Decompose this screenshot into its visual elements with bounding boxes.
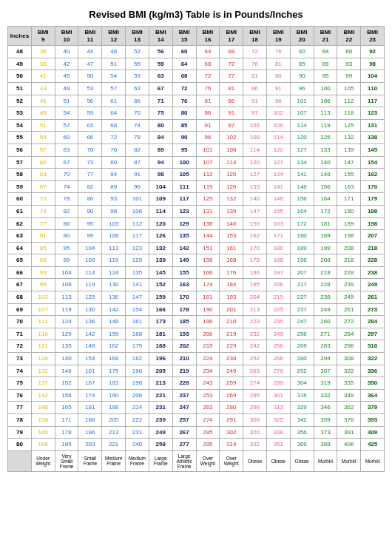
cell-value: 114 xyxy=(266,132,290,144)
cell-value: 98 xyxy=(361,58,385,70)
cell-value: 257 xyxy=(172,414,196,427)
col-header-bmi: BMI9 xyxy=(31,27,55,46)
cell-value: 112 xyxy=(196,169,220,181)
cell-value: 59 xyxy=(78,107,102,120)
cell-value: 206 xyxy=(126,389,149,402)
cell-value: 114 xyxy=(220,156,243,169)
cell-value: 82 xyxy=(55,205,78,217)
cell-value: 193 xyxy=(220,291,243,304)
cell-value: 166 xyxy=(149,303,172,316)
cell-value: 379 xyxy=(361,402,385,414)
cell-value: 85 xyxy=(290,58,314,70)
cell-value: 222 xyxy=(126,414,149,427)
cell-value: 175 xyxy=(126,340,149,353)
cell-value: 46 xyxy=(31,95,55,107)
cell-value: 68 xyxy=(220,46,243,58)
cell-value: 362 xyxy=(337,402,361,414)
cell-value: 224 xyxy=(196,353,220,365)
cell-value: 215 xyxy=(196,340,220,353)
cell-value: 425 xyxy=(361,439,385,451)
cell-value: 110 xyxy=(361,82,385,95)
cell-value: 205 xyxy=(149,365,172,377)
table-row: 5967748289961041111191261331411481561631… xyxy=(8,180,385,193)
cell-value: 123 xyxy=(361,107,385,120)
row-header-inches: 55 xyxy=(8,132,32,144)
category-label: Medium Frame xyxy=(126,450,149,471)
cell-value: 161 xyxy=(78,365,102,377)
cell-value: 313 xyxy=(266,402,290,414)
cell-value: 96 xyxy=(126,180,149,193)
cell-value: 113 xyxy=(55,291,78,304)
cell-value: 91 xyxy=(126,169,149,181)
cell-value: 106 xyxy=(314,95,337,107)
cell-value: 57 xyxy=(31,143,55,156)
cell-value: 112 xyxy=(337,95,361,107)
table-row: 7312614015416818219621022423825226628029… xyxy=(8,353,385,365)
row-header-inches: 62 xyxy=(8,217,32,230)
cell-value: 221 xyxy=(102,439,126,451)
cell-value: 208 xyxy=(337,242,361,254)
cell-value: 133 xyxy=(243,180,267,193)
cell-value: 78 xyxy=(126,132,149,144)
category-label: Large Frame xyxy=(149,450,172,471)
cell-value: 62 xyxy=(126,82,149,95)
cell-value: 204 xyxy=(243,291,267,304)
category-label: Over Weight xyxy=(220,450,243,471)
cell-value: 232 xyxy=(243,328,267,340)
row-header-inches: 63 xyxy=(8,230,32,243)
row-header-inches: 52 xyxy=(8,95,32,107)
cell-value: 95 xyxy=(172,143,196,156)
cell-value: 356 xyxy=(290,426,314,439)
col-header-bmi: BMI22 xyxy=(337,27,361,46)
cell-value: 74 xyxy=(126,119,149,132)
cell-value: 68 xyxy=(102,119,126,132)
cell-value: 278 xyxy=(266,365,290,377)
cell-value: 91 xyxy=(196,119,220,132)
cell-value: 102 xyxy=(220,132,243,144)
cell-value: 322 xyxy=(361,353,385,365)
cell-value: 223 xyxy=(243,316,267,328)
cell-value: 301 xyxy=(266,389,290,402)
table-row: 7916017819621323124926728530232033835637… xyxy=(8,426,385,439)
cell-value: 40 xyxy=(55,46,78,58)
row-header-inches: 48 xyxy=(8,46,32,58)
cell-value: 142 xyxy=(172,242,196,254)
cell-value: 188 xyxy=(266,254,290,267)
row-header-inches: 70 xyxy=(8,316,32,328)
cell-value: 60 xyxy=(55,132,78,144)
cell-value: 123 xyxy=(126,242,149,254)
cell-value: 127 xyxy=(290,143,314,156)
cell-value: 67 xyxy=(149,82,172,95)
cell-value: 234 xyxy=(196,365,220,377)
cell-value: 108 xyxy=(243,132,267,144)
cell-value: 135 xyxy=(172,230,196,243)
cell-value: 320 xyxy=(243,426,267,439)
row-header-inches: 53 xyxy=(8,107,32,120)
cell-value: 108 xyxy=(220,143,243,156)
cell-value: 247 xyxy=(172,402,196,414)
cell-value: 207 xyxy=(361,230,385,243)
cell-value: 182 xyxy=(126,353,149,365)
table-row: 504145505459636872778186909599104 xyxy=(8,70,385,83)
cell-value: 54 xyxy=(102,70,126,83)
col-header-bmi: BMI10 xyxy=(55,27,78,46)
cell-value: 296 xyxy=(243,402,267,414)
cell-value: 373 xyxy=(314,426,337,439)
cell-value: 138 xyxy=(361,132,385,144)
cell-value: 148 xyxy=(102,316,126,328)
cell-value: 189 xyxy=(314,230,337,243)
cell-value: 172 xyxy=(290,217,314,230)
cell-value: 93 xyxy=(337,58,361,70)
cell-value: 316 xyxy=(290,389,314,402)
table-row: 6277869510311212012913814615516317218118… xyxy=(8,217,385,230)
cell-value: 147 xyxy=(126,291,149,304)
cell-value: 274 xyxy=(196,414,220,427)
cell-value: 114 xyxy=(149,205,172,217)
cell-value: 136 xyxy=(78,316,102,328)
cell-value: 228 xyxy=(361,254,385,267)
cell-value: 44 xyxy=(78,46,102,58)
cell-value: 95 xyxy=(78,217,102,230)
cell-value: 153 xyxy=(220,230,243,243)
cell-value: 145 xyxy=(361,143,385,156)
row-header-inches: 51 xyxy=(8,82,32,95)
